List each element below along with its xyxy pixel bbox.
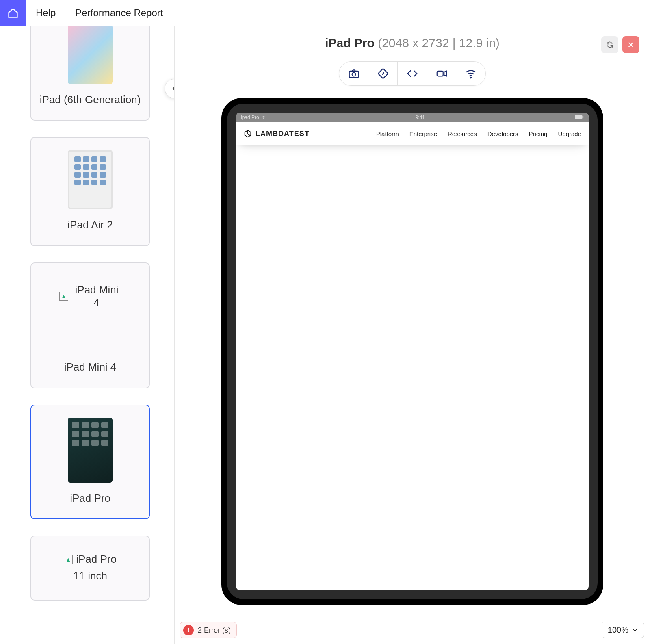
performance-report-link[interactable]: Performance Report [65, 7, 173, 19]
collapse-sidebar-button[interactable] [165, 79, 175, 98]
devtools-button[interactable] [398, 62, 427, 85]
top-bar: Help Performance Report [0, 0, 650, 26]
device-card-ipad-pro-11[interactable]: ▲iPad Pro 11 inch [30, 536, 150, 601]
svg-rect-11 [583, 116, 583, 117]
close-button[interactable] [622, 36, 639, 53]
site-navbar: LAMBDATEST Platform Enterprise Resources… [236, 122, 589, 145]
device-header: iPad Pro (2048 x 2732 | 12.9 in) [325, 36, 500, 50]
svg-rect-6 [437, 71, 443, 76]
device-thumb [68, 26, 113, 84]
screenshot-button[interactable] [339, 62, 368, 85]
main-panel: iPad Pro (2048 x 2732 | 12.9 in) [175, 26, 650, 644]
device-card-ipad-air2[interactable]: iPad Air 2 [30, 137, 150, 246]
record-button[interactable] [427, 62, 456, 85]
device-name: iPad Pro [325, 36, 378, 50]
error-pill[interactable]: ! 2 Error (s) [180, 622, 237, 638]
status-time: 9:41 [416, 115, 425, 120]
nav-upgrade[interactable]: Upgrade [558, 130, 581, 137]
close-icon [627, 41, 635, 48]
svg-rect-2 [349, 71, 358, 78]
status-bar: ipad Pro 9:41 [236, 113, 589, 122]
chevron-down-icon [632, 627, 638, 633]
battery-icon [575, 115, 584, 121]
chevron-left-icon [171, 85, 175, 92]
svg-marker-7 [444, 71, 446, 76]
code-icon [406, 67, 418, 80]
device-label: iPad Pro [70, 491, 110, 505]
device-frame: ipad Pro 9:41 LAMBDATEST Platform [221, 98, 603, 605]
nav-enterprise[interactable]: Enterprise [410, 130, 437, 137]
broken-image-icon: ▲iPad Pro 11 inch [64, 553, 117, 582]
zoom-value: 100% [608, 625, 628, 635]
refresh-button[interactable] [601, 36, 618, 53]
home-button[interactable] [0, 0, 26, 26]
device-screen[interactable]: ipad Pro 9:41 LAMBDATEST Platform [236, 113, 589, 590]
svg-point-8 [470, 77, 472, 78]
nav-resources[interactable]: Resources [448, 130, 477, 137]
nav-developers[interactable]: Developers [488, 130, 518, 137]
logo-icon [243, 129, 252, 138]
video-icon [436, 67, 448, 80]
device-spec: (2048 x 2732 | 12.9 in) [378, 36, 500, 50]
svg-point-3 [352, 73, 355, 76]
broken-image-icon: ▲ iPad Mini 4 [59, 284, 121, 309]
device-label: iPad Mini 4 [64, 360, 117, 374]
device-thumb [68, 150, 113, 209]
rotate-icon [377, 67, 389, 80]
error-badge-icon: ! [183, 625, 194, 635]
wifi-icon [465, 67, 477, 80]
rotate-button[interactable] [368, 62, 398, 85]
refresh-icon [606, 41, 614, 49]
device-thumb [68, 418, 113, 483]
brand-logo[interactable]: LAMBDATEST [243, 129, 310, 138]
svg-line-5 [382, 73, 384, 75]
svg-point-9 [263, 118, 264, 119]
device-sidebar: iPad (6th Generation) iPad Air 2 ▲ iPad … [0, 26, 175, 644]
zoom-selector[interactable]: 100% [602, 622, 644, 638]
svg-rect-10 [575, 115, 583, 118]
error-text: 2 Error (s) [198, 626, 231, 635]
help-link[interactable]: Help [26, 7, 65, 19]
home-icon [7, 7, 19, 19]
nav-pricing[interactable]: Pricing [529, 130, 548, 137]
nav-platform[interactable]: Platform [376, 130, 399, 137]
device-label: iPad (6th Generation) [40, 92, 141, 107]
wifi-icon [262, 115, 266, 119]
device-card-ipad-6[interactable]: iPad (6th Generation) [30, 26, 150, 121]
nav-links: Platform Enterprise Resources Developers… [376, 130, 581, 137]
device-toolbar [339, 61, 486, 86]
camera-icon [348, 67, 360, 80]
status-device-name: ipad Pro [241, 115, 259, 120]
network-button[interactable] [456, 62, 485, 85]
device-card-ipad-pro[interactable]: iPad Pro [30, 405, 150, 519]
device-card-ipad-mini4[interactable]: ▲ iPad Mini 4 iPad Mini 4 [30, 262, 150, 388]
brand-text: LAMBDATEST [256, 130, 310, 138]
device-label: iPad Air 2 [67, 217, 113, 232]
body-row: iPad (6th Generation) iPad Air 2 ▲ iPad … [0, 26, 650, 644]
